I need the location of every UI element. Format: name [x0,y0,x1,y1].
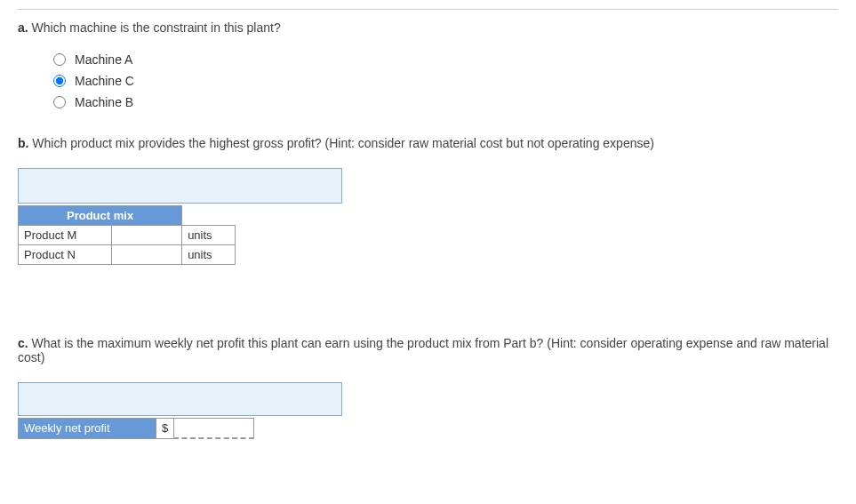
table-header-empty [182,206,236,226]
question-a-text: a. Which machine is the constraint in th… [18,20,838,35]
radio-label-machine-b: Machine B [75,95,133,109]
question-a: a. Which machine is the constraint in th… [18,20,838,109]
radio-label-machine-c: Machine C [75,74,134,88]
input-cell-product-m[interactable] [111,226,181,245]
radio-label-machine-a: Machine A [75,52,132,67]
question-a-prefix: a. [18,20,28,35]
instruction-box-c [18,382,342,416]
radio-input-machine-b[interactable] [53,96,66,108]
question-b-body: Which product mix provides the highest g… [32,136,654,150]
instruction-box-b [18,168,342,204]
question-b-prefix: b. [18,136,28,150]
currency-symbol: $ [156,419,174,439]
weekly-profit-table: Weekly net profit $ [18,418,254,439]
label-product-m: Product M [19,226,112,245]
radio-option-machine-c[interactable]: Machine C [53,74,838,88]
unit-product-m: units [182,226,236,245]
radio-group-machines: Machine A Machine C Machine B [18,52,838,109]
table-header-product-mix: Product mix [19,206,182,226]
question-a-body: Which machine is the constraint in this … [32,20,281,35]
input-weekly-profit[interactable] [180,421,248,435]
table-header-row: Product mix [19,206,236,226]
label-product-n: Product N [19,245,112,265]
input-product-m[interactable] [117,228,176,242]
radio-option-machine-b[interactable]: Machine B [53,95,838,109]
input-product-n[interactable] [117,248,176,261]
question-c: c. What is the maximum weekly net profit… [18,336,838,439]
table-row-product-n: Product N units [19,245,236,265]
question-b-text: b. Which product mix provides the highes… [18,136,838,150]
question-b: b. Which product mix provides the highes… [18,136,838,265]
radio-option-machine-a[interactable]: Machine A [53,52,838,67]
radio-input-machine-c[interactable] [53,75,66,87]
radio-input-machine-a[interactable] [53,53,66,66]
top-divider [18,9,838,10]
table-row-weekly-profit: Weekly net profit $ [19,419,254,439]
question-c-text: c. What is the maximum weekly net profit… [18,336,838,364]
question-c-prefix: c. [18,336,28,350]
label-weekly-net-profit: Weekly net profit [19,419,156,439]
unit-product-n: units [182,245,236,265]
question-c-body: What is the maximum weekly net profit th… [18,336,828,364]
table-row-product-m: Product M units [19,226,236,245]
input-cell-product-n[interactable] [111,245,181,265]
input-cell-weekly-profit[interactable] [174,419,254,439]
product-mix-table: Product mix Product M units Product N un… [18,205,236,265]
